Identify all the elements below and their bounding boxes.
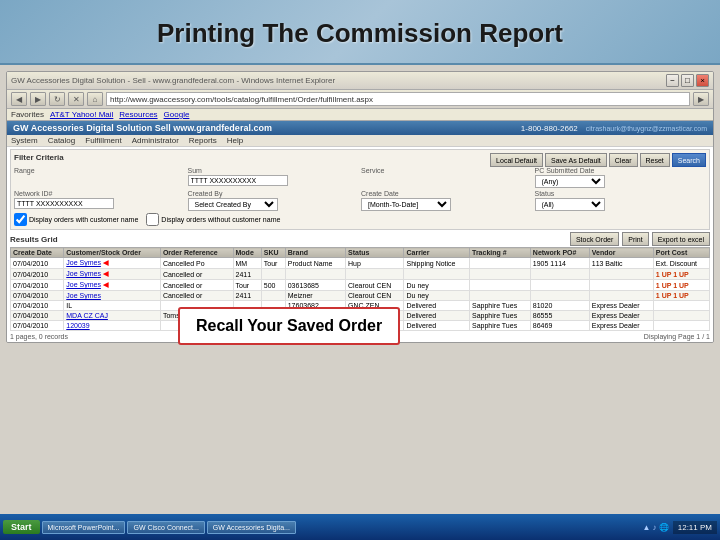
callout-text: Recall Your Saved Order (196, 317, 382, 334)
menu-help[interactable]: Help (227, 136, 243, 145)
range-label: Range (14, 167, 186, 174)
menu-bar: System Catalog Fulfillment Administrator… (7, 135, 713, 147)
favorites-label: Favorites (11, 110, 44, 119)
order-link-6[interactable]: 120039 (66, 322, 89, 329)
col-port-cost: Port Cost (653, 248, 709, 258)
order-link-5[interactable]: MDA CZ CAJ (66, 312, 108, 319)
browser-title: GW Accessories Digital Solution - Sell -… (11, 76, 335, 85)
taskbar-right: ▲ ♪ 🌐 12:11 PM (642, 521, 717, 534)
checkbox-with-customer-label: Display orders with customer name (29, 216, 138, 223)
reset-button[interactable]: Reset (640, 153, 670, 167)
home-button[interactable]: ⌂ (87, 92, 103, 106)
filter-section: Filter Criteria Local Default Save As De… (10, 149, 710, 230)
table-row: 07/04/2010 Joe Symes ◀ Cancelled or 2411 (11, 269, 710, 280)
taskbar-item-3[interactable]: GW Accessories Digita... (207, 521, 296, 534)
col-sku: SKU (261, 248, 285, 258)
go-button[interactable]: ▶ (693, 92, 709, 106)
save-default-button[interactable]: Save As Default (545, 153, 607, 167)
results-title: Results Grid (10, 235, 58, 244)
sum-input[interactable] (188, 175, 288, 186)
pagination-info: 1 pages, 0 records (10, 333, 68, 340)
app-email: citrashaurk@thuygnz@zzmasticar.com (586, 125, 707, 132)
filter-created-by: Created By Select Created By (188, 190, 360, 211)
created-by-select[interactable]: Select Created By (188, 198, 278, 211)
sum-label: Sum (188, 167, 360, 174)
menu-administrator[interactable]: Administrator (132, 136, 179, 145)
favorites-bar: Favorites AT&T Yahoo! Mail Resources Goo… (7, 109, 713, 121)
order-link-4[interactable]: Joe Symes (66, 292, 101, 299)
search-button[interactable]: Search (672, 153, 706, 167)
submitted-label: PC Submitted Date (535, 167, 707, 174)
filter-sum: Sum (188, 167, 360, 188)
filter-buttons: Local Default Save As Default Clear Rese… (490, 153, 706, 167)
menu-catalog[interactable]: Catalog (48, 136, 76, 145)
network-id-input[interactable] (14, 198, 114, 209)
forward-button[interactable]: ▶ (30, 92, 46, 106)
checkbox-with-customer[interactable] (14, 213, 27, 226)
created-by-label: Created By (188, 190, 360, 197)
order-link-3[interactable]: Joe Symes (66, 281, 101, 288)
col-brand: Brand (285, 248, 345, 258)
start-button[interactable]: Start (3, 520, 40, 534)
order-link-2[interactable]: Joe Symes (66, 270, 101, 277)
export-button[interactable]: Export to excel (652, 232, 710, 246)
taskbar-item-2[interactable]: GW Cisco Connect... (127, 521, 204, 534)
favorites-resources[interactable]: Resources (119, 110, 157, 119)
col-create-date: Create Date (11, 248, 64, 258)
col-mode: Mode (233, 248, 261, 258)
favorites-google[interactable]: Google (164, 110, 190, 119)
stock-order-button[interactable]: Stock Order (570, 232, 619, 246)
local-default-button[interactable]: Local Default (490, 153, 543, 167)
address-bar[interactable] (106, 92, 690, 106)
col-order-ref: Order Reference (160, 248, 233, 258)
favorites-mail[interactable]: AT&T Yahoo! Mail (50, 110, 113, 119)
callout-box: Recall Your Saved Order (178, 307, 400, 345)
checkbox-without-customer-label: Display orders without customer name (161, 216, 280, 223)
clear-button[interactable]: Clear (609, 153, 638, 167)
results-header: Results Grid Stock Order Print Export to… (10, 232, 710, 246)
menu-reports[interactable]: Reports (189, 136, 217, 145)
clock: 12:11 PM (673, 521, 717, 534)
checkbox-without-customer[interactable] (146, 213, 159, 226)
service-label: Service (361, 167, 533, 174)
close-button[interactable]: × (696, 74, 709, 87)
col-carrier: Carrier (404, 248, 470, 258)
network-id-label: Network ID# (14, 190, 186, 197)
taskbar-item-1[interactable]: Microsoft PowerPoint... (42, 521, 126, 534)
status-select[interactable]: (All) (535, 198, 605, 211)
create-date-label: Create Date (361, 190, 533, 197)
filter-service: Service (361, 167, 533, 188)
minimize-button[interactable]: − (666, 74, 679, 87)
col-tracking: Tracking # (470, 248, 531, 258)
filter-submitted: PC Submitted Date (Any) (535, 167, 707, 188)
create-date-select[interactable]: [Month-To-Date] (361, 198, 451, 211)
maximize-button[interactable]: □ (681, 74, 694, 87)
order-link-1[interactable]: Joe Symes (66, 259, 101, 266)
col-network-po: Network PO# (530, 248, 589, 258)
col-customer-order: Customer/Stock Order (64, 248, 161, 258)
browser-toolbar: ◀ ▶ ↻ ✕ ⌂ ▶ (7, 90, 713, 109)
filter-bottom-row: Display orders with customer name Displa… (14, 213, 706, 226)
filter-network-id: Network ID# (14, 190, 186, 211)
print-button[interactable]: Print (622, 232, 648, 246)
col-status: Status (346, 248, 404, 258)
browser-window: GW Accessories Digital Solution - Sell -… (6, 71, 714, 343)
table-row: 07/04/2010 Joe Symes ◀ Cancelled Po MM T… (11, 258, 710, 269)
refresh-button[interactable]: ↻ (49, 92, 65, 106)
menu-system[interactable]: System (11, 136, 38, 145)
submitted-select[interactable]: (Any) (535, 175, 605, 188)
stop-button[interactable]: ✕ (68, 92, 84, 106)
app-logo: GW Accessories Digital Solution Sell www… (13, 123, 272, 133)
app-phone: 1-800-880-2662 (521, 124, 578, 133)
col-vendor: Vendor (589, 248, 653, 258)
browser-titlebar: GW Accessories Digital Solution - Sell -… (7, 72, 713, 90)
system-tray: ▲ ♪ 🌐 (642, 523, 668, 532)
filter-create-date: Create Date [Month-To-Date] (361, 190, 533, 211)
page-title: Printing The Commission Report (40, 18, 680, 49)
results-action-buttons: Stock Order Print Export to excel (570, 232, 710, 246)
menu-fulfillment[interactable]: Fulfillment (85, 136, 121, 145)
status-label: Status (535, 190, 707, 197)
back-button[interactable]: ◀ (11, 92, 27, 106)
filter-title: Filter Criteria (14, 153, 64, 162)
table-row: 07/04/2010 Joe Symes Cancelled or 2411 M… (11, 291, 710, 301)
